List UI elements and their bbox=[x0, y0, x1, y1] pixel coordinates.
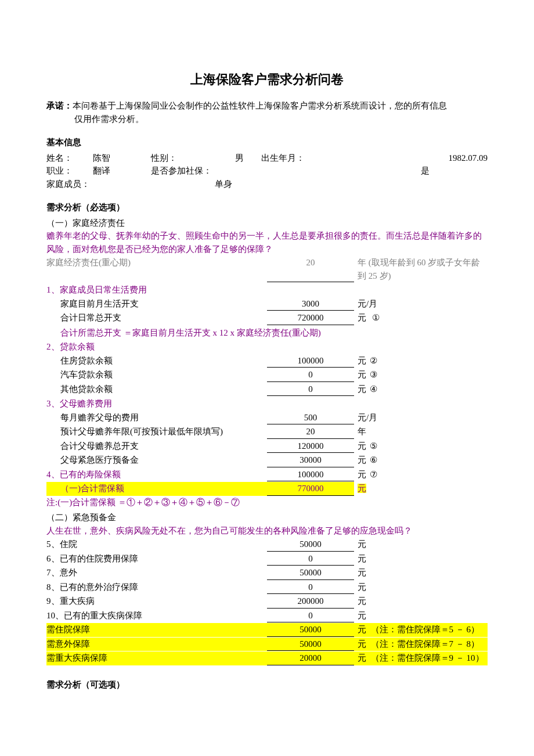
basic-row-3: 家庭成员： 单身 bbox=[46, 178, 488, 191]
item-3-head: 3、父母赡养费用 bbox=[46, 397, 488, 411]
item-3-r2-label: 预计父母赡养年限(可按预计最低年限填写) bbox=[46, 425, 267, 439]
item-1-r2-value: 720000 bbox=[267, 311, 354, 325]
occupation-value: 翻译 bbox=[81, 164, 151, 178]
item-1-row-1: 家庭目前月生活开支 3000 元/月 bbox=[46, 297, 488, 311]
need-hosp-unit: 元 （注：需住院保障＝5 － 6） bbox=[354, 623, 488, 637]
section-1-title: （一）家庭经济责任 bbox=[46, 217, 488, 230]
section-1-total-row: （一)合计需保额 770000 元 bbox=[46, 482, 488, 496]
gender-value: 男 bbox=[192, 152, 261, 165]
item-4-unit: 元 ⑦ bbox=[354, 468, 488, 482]
critical-unit: 年 (取现年龄到 60 岁或子女年龄到 25 岁) bbox=[354, 256, 488, 282]
r7-value: 50000 bbox=[267, 566, 354, 580]
r10-value: 0 bbox=[267, 609, 354, 623]
item-1-head: 1、家庭成员日常生活费用 bbox=[46, 283, 488, 297]
item-2-row-3: 其他贷款余额 0 元 ④ bbox=[46, 383, 488, 397]
name-value: 陈智 bbox=[81, 152, 151, 165]
r5-label: 5、住院 bbox=[46, 538, 267, 552]
item-1-formula: 合计所需总开支 ＝家庭目前月生活开支 x 12 x 家庭经济责任(重心期) bbox=[46, 326, 488, 340]
item-2-r2-value: 0 bbox=[267, 368, 354, 382]
required-header: 需求分析（必选项） bbox=[46, 201, 488, 214]
need-acc-label: 需意外保障 bbox=[46, 638, 267, 651]
total-label: （一)合计需保额 bbox=[46, 482, 267, 496]
r7-unit: 元 bbox=[354, 566, 488, 580]
r9-label: 9、重大疾病 bbox=[46, 595, 267, 609]
item-3-r1-label: 每月赡养父母的费用 bbox=[46, 411, 267, 425]
r9-unit: 元 bbox=[354, 595, 488, 609]
critical-value: 20 bbox=[267, 256, 354, 282]
row-9: 9、重大疾病 200000 元 bbox=[46, 595, 488, 609]
item-3-r4-unit: 元 ⑥ bbox=[354, 453, 488, 467]
item-2-r1-label: 住房贷款余额 bbox=[46, 354, 267, 368]
row-7: 7、意外 50000 元 bbox=[46, 566, 488, 580]
item-3-r3-value: 120000 bbox=[267, 440, 354, 453]
item-1-r1-label: 家庭目前月生活开支 bbox=[46, 297, 267, 311]
r8-value: 0 bbox=[267, 581, 354, 595]
item-3-row-4: 父母紧急医疗预备金 30000 元 ⑥ bbox=[46, 453, 488, 467]
page-title: 上海保险客户需求分析问卷 bbox=[46, 70, 488, 89]
promise-block: 承诺：本问卷基于上海保险同业公会制作的公益性软件上海保险客户需求分析系统而设计，… bbox=[46, 99, 488, 125]
item-4-value: 100000 bbox=[267, 468, 354, 482]
section-2-intro: 人生在世，意外、疾病风险无处不在，您为自己可能发生的各种风险准备了足够的应急现金… bbox=[46, 524, 488, 538]
r6-label: 6、已有的住院费用保障 bbox=[46, 552, 267, 566]
need-acc-value: 50000 bbox=[267, 638, 354, 651]
basic-header: 基本信息 bbox=[46, 136, 488, 149]
item-3-r2-value: 20 bbox=[267, 425, 354, 439]
item-2-r2-unit: 元 ③ bbox=[354, 368, 488, 382]
dob-value: 1982.07.09 bbox=[325, 152, 488, 165]
r5-value: 50000 bbox=[267, 538, 354, 552]
item-1-r1-value: 3000 bbox=[267, 297, 354, 311]
item-2-row-1: 住房贷款余额 100000 元 ② bbox=[46, 354, 488, 368]
promise-text-1: 本问卷基于上海保险同业公会制作的公益性软件上海保险客户需求分析系统而设计，您的所… bbox=[73, 101, 447, 110]
row-10: 10、已有的重大疾病保障 0 元 bbox=[46, 609, 488, 623]
need-ill-note: （注：需住院保障＝9 － 10） bbox=[371, 653, 484, 663]
family-value: 单身 bbox=[151, 178, 488, 191]
section-2-title: （二）紧急预备金 bbox=[46, 511, 488, 524]
item-3-r1-unit: 元/月 bbox=[354, 411, 488, 425]
optional-header: 需求分析（可选项） bbox=[46, 678, 488, 692]
item-3-row-2: 预计父母赡养年限(可按预计最低年限填写) 20 年 bbox=[46, 425, 488, 439]
item-2-r3-unit: 元 ④ bbox=[354, 383, 488, 397]
critical-period-row: 家庭经济责任(重心期) 20 年 (取现年龄到 60 岁或子女年龄到 25 岁) bbox=[46, 256, 488, 282]
promise-text-2: 仅用作需求分析。 bbox=[46, 113, 488, 126]
need-ill-value: 20000 bbox=[267, 651, 354, 665]
item-1-row-2: 合计日常总开支 720000 元 ① bbox=[46, 311, 488, 325]
need-hosp-note: （注：需住院保障＝5 － 6） bbox=[371, 625, 480, 634]
need-acc-note: （注：需住院保障＝7 － 8） bbox=[371, 639, 480, 649]
social-insurance-value: 是 bbox=[226, 164, 430, 178]
total-unit: 元 bbox=[358, 484, 366, 493]
item-2-head: 2、贷款余额 bbox=[46, 340, 488, 354]
item-1-r2-unit: 元 ① bbox=[354, 311, 488, 325]
need-ill-unit: 元 （注：需住院保障＝9 － 10） bbox=[354, 651, 488, 665]
critical-label: 家庭经济责任(重心期) bbox=[46, 256, 267, 282]
need-accident-row: 需意外保障 50000 元 （注：需住院保障＝7 － 8） bbox=[46, 638, 488, 651]
social-insurance-label: 是否参加社保： bbox=[151, 164, 226, 178]
need-hosp-value: 50000 bbox=[267, 623, 354, 637]
r6-unit: 元 bbox=[354, 552, 488, 566]
item-2-r2-label: 汽车贷款余额 bbox=[46, 368, 267, 382]
row-5: 5、住院 50000 元 bbox=[46, 538, 488, 552]
family-label: 家庭成员： bbox=[46, 178, 151, 191]
r6-value: 0 bbox=[267, 552, 354, 566]
mark-2-icon: ② bbox=[369, 354, 379, 368]
mark-6-icon: ⑥ bbox=[369, 453, 379, 467]
item-3-r3-unit: 元 ⑤ bbox=[354, 440, 488, 453]
item-4-row: 4、已有的寿险保额 100000 元 ⑦ bbox=[46, 468, 488, 482]
mark-3-icon: ③ bbox=[369, 368, 379, 381]
item-2-row-2: 汽车贷款余额 0 元 ③ bbox=[46, 368, 488, 382]
name-label: 姓名： bbox=[46, 152, 81, 165]
item-2-r1-unit: 元 ② bbox=[354, 354, 488, 368]
item-3-r1-value: 500 bbox=[267, 411, 354, 425]
item-3-r3-label: 合计父母赡养总开支 bbox=[46, 440, 267, 453]
need-hospital-row: 需住院保障 50000 元 （注：需住院保障＝5 － 6） bbox=[46, 623, 488, 637]
mark-7-icon: ⑦ bbox=[369, 468, 379, 481]
need-illness-row: 需重大疾病保障 20000 元 （注：需住院保障＝9 － 10） bbox=[46, 651, 488, 665]
item-1-r2-label: 合计日常总开支 bbox=[46, 311, 267, 325]
occupation-label: 职业： bbox=[46, 164, 81, 178]
r10-unit: 元 bbox=[354, 609, 488, 623]
row-8: 8、已有的意外治疗保障 0 元 bbox=[46, 581, 488, 595]
total-value: 770000 bbox=[267, 482, 354, 496]
basic-row-1: 姓名： 陈智 性别： 男 出生年月： 1982.07.09 bbox=[46, 152, 488, 165]
r10-label: 10、已有的重大疾病保障 bbox=[46, 609, 267, 623]
item-1-r1-unit: 元/月 bbox=[354, 297, 488, 311]
need-ill-label: 需重大疾病保障 bbox=[46, 651, 267, 665]
